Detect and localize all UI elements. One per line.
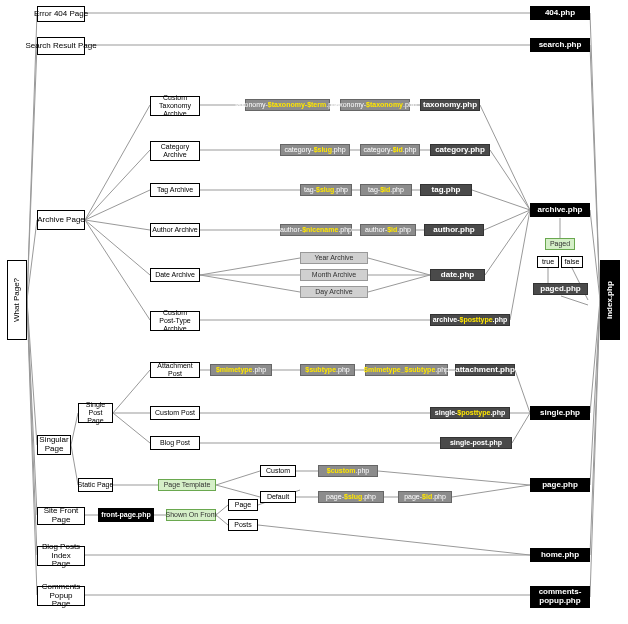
archive-date-month: Month Archive: [300, 269, 368, 281]
tpl-page: page.php: [530, 478, 590, 492]
single-custom: Custom Post: [150, 406, 200, 420]
page-404: Error 404 Page: [37, 6, 85, 22]
tpl-home: home.php: [530, 548, 590, 562]
svg-line-29: [490, 150, 530, 210]
tpl-single: single.php: [530, 406, 590, 420]
page-search: Search Result Page: [37, 37, 85, 55]
static-custom-label: Custom: [260, 465, 296, 477]
archive-paged-decision: Paged: [545, 238, 575, 250]
page-singular: Singular Page: [37, 435, 71, 455]
svg-line-41: [368, 258, 430, 275]
front-page-branch: Page: [228, 499, 258, 511]
tpl-single-post: single-post.php: [440, 437, 512, 449]
archive-date: Date Archive: [150, 268, 200, 282]
tpl-tag: tag.php: [420, 184, 472, 196]
archive-tax: Custom Taxonomy Archive: [150, 96, 200, 116]
archive-tag-n1: tag-$slug.php: [300, 184, 352, 196]
static-custom-tpl: $custom.php: [318, 465, 378, 477]
tpl-date: date.php: [430, 269, 485, 281]
svg-line-75: [216, 505, 228, 515]
svg-line-67: [216, 485, 260, 497]
svg-line-33: [472, 190, 530, 210]
archive-tax-n1: taxonomy-$taxonomy-$term.php: [245, 99, 330, 111]
static-page-id: page-$id.php: [398, 491, 452, 503]
svg-line-40: [200, 275, 300, 292]
archive-cat-n1: category-$slug.php: [280, 144, 350, 156]
svg-line-16: [85, 105, 150, 220]
svg-line-72: [452, 485, 530, 497]
svg-line-60: [515, 370, 530, 413]
single-blog: Blog Post: [150, 436, 200, 450]
single-custom-n1: single-$posttype.php: [430, 407, 510, 419]
svg-line-52: [71, 445, 78, 485]
archive-cpt: Custom Post-Type Archive: [150, 311, 200, 331]
svg-line-76: [216, 515, 228, 525]
page-archive: Archive Page: [37, 210, 85, 230]
tpl-index: index.php: [600, 260, 620, 340]
svg-line-18: [85, 190, 150, 220]
svg-line-64: [512, 413, 530, 443]
archive-tag: Tag Archive: [150, 183, 200, 197]
svg-line-70: [378, 471, 530, 485]
archive-author: Author Archive: [150, 223, 200, 237]
static-page-template: Page Template: [158, 479, 216, 491]
svg-line-66: [216, 471, 260, 485]
front-posts-branch: Posts: [228, 519, 258, 531]
svg-line-51: [71, 413, 78, 445]
svg-line-50: [561, 296, 588, 305]
page-static: Static Page: [78, 478, 113, 492]
tpl-404: 404.php: [530, 6, 590, 20]
single-attachment: Attachment Post: [150, 362, 200, 378]
front-shown-on-front: Shown On Front: [166, 509, 216, 521]
tpl-author: author.php: [424, 224, 484, 236]
archive-cat: Category Archive: [150, 141, 200, 161]
archive-cat-n2: category-$id.php: [360, 144, 420, 156]
tpl-paged: paged.php: [533, 283, 588, 295]
svg-line-55: [113, 413, 150, 443]
page-home: Blog Posts Index Page: [37, 546, 85, 566]
tpl-archive: archive.php: [530, 203, 590, 217]
tpl-taxonomy: taxonomy.php: [420, 99, 480, 111]
static-page-slug: page-$slug.php: [318, 491, 384, 503]
svg-line-53: [113, 370, 150, 413]
tpl-comments-popup: comments-popup.php: [530, 586, 590, 608]
svg-line-8: [590, 45, 600, 300]
svg-line-78: [258, 525, 530, 555]
archive-paged-false: false: [561, 256, 583, 268]
static-default-label: Default: [260, 491, 296, 503]
svg-line-6: [27, 300, 37, 595]
svg-line-25: [480, 105, 530, 210]
root-what-page: What Page?: [7, 260, 27, 340]
svg-line-43: [368, 275, 430, 292]
archive-paged-true: true: [537, 256, 559, 268]
archive-date-year: Year Archive: [300, 252, 368, 264]
tpl-attachment: attachment.php: [455, 364, 515, 376]
attachment-n2: $subtype.php: [300, 364, 355, 376]
archive-date-day: Day Archive: [300, 286, 368, 298]
svg-line-21: [85, 220, 150, 320]
archive-author-n1: author-$nicename.php: [280, 224, 352, 236]
svg-line-46: [510, 210, 530, 320]
archive-tag-n2: tag-$id.php: [360, 184, 412, 196]
connectors: [0, 0, 628, 624]
tpl-category: category.php: [430, 144, 490, 156]
attachment-n1: $mimetype.php: [210, 364, 272, 376]
page-single-post: Single Post Page: [78, 403, 113, 423]
tpl-search: search.php: [530, 38, 590, 52]
page-site-front: Site Front Page: [37, 507, 85, 525]
archive-author-n2: author-$id.php: [360, 224, 416, 236]
attachment-n3: $mimetype_$subtype.php: [365, 364, 448, 376]
archive-tax-n2: taxonomy-$taxonomy.php: [340, 99, 410, 111]
page-comments-popup: Comments Popup Page: [37, 586, 85, 606]
svg-line-17: [85, 150, 150, 220]
svg-line-38: [200, 258, 300, 275]
archive-cpt-n1: archive-$posttype.php: [430, 314, 510, 326]
tplование front-page: front-page.php: [98, 508, 154, 522]
